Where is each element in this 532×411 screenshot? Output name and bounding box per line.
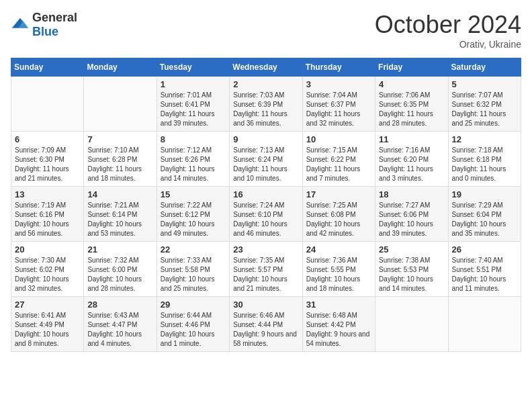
day-info: Sunrise: 7:19 AM Sunset: 6:16 PM Dayligh… bbox=[15, 201, 80, 238]
day-number: 25 bbox=[379, 244, 444, 255]
day-number: 24 bbox=[306, 244, 371, 255]
calendar-cell bbox=[84, 77, 157, 132]
calendar-cell bbox=[11, 77, 84, 132]
day-number: 18 bbox=[379, 189, 444, 199]
day-info: Sunrise: 7:21 AM Sunset: 6:14 PM Dayligh… bbox=[87, 201, 152, 238]
day-info: Sunrise: 7:22 AM Sunset: 6:12 PM Dayligh… bbox=[161, 201, 226, 238]
day-info: Sunrise: 7:27 AM Sunset: 6:06 PM Dayligh… bbox=[379, 201, 444, 238]
day-info: Sunrise: 7:35 AM Sunset: 5:57 PM Dayligh… bbox=[233, 256, 298, 293]
calendar-cell: 23Sunrise: 7:35 AM Sunset: 5:57 PM Dayli… bbox=[230, 242, 302, 297]
weekday-header: Saturday bbox=[448, 58, 521, 77]
day-number: 30 bbox=[233, 300, 298, 310]
weekday-header: Tuesday bbox=[157, 58, 229, 77]
day-number: 1 bbox=[161, 79, 226, 89]
day-info: Sunrise: 7:40 AM Sunset: 5:51 PM Dayligh… bbox=[452, 256, 517, 293]
day-info: Sunrise: 7:15 AM Sunset: 6:22 PM Dayligh… bbox=[306, 146, 371, 183]
logo-text: General Blue bbox=[32, 11, 77, 39]
day-info: Sunrise: 7:38 AM Sunset: 5:53 PM Dayligh… bbox=[379, 256, 444, 293]
day-info: Sunrise: 7:16 AM Sunset: 6:20 PM Dayligh… bbox=[379, 146, 444, 183]
calendar-week-row: 1Sunrise: 7:01 AM Sunset: 6:41 PM Daylig… bbox=[11, 77, 521, 132]
day-info: Sunrise: 7:32 AM Sunset: 6:00 PM Dayligh… bbox=[87, 256, 152, 293]
day-number: 14 bbox=[87, 189, 152, 199]
month-title: October 2024 bbox=[375, 11, 521, 39]
logo-general: General bbox=[32, 11, 77, 24]
weekday-header: Sunday bbox=[11, 58, 84, 77]
calendar-cell: 11Sunrise: 7:16 AM Sunset: 6:20 PM Dayli… bbox=[375, 132, 448, 187]
day-info: Sunrise: 6:46 AM Sunset: 4:44 PM Dayligh… bbox=[233, 311, 298, 349]
day-number: 26 bbox=[452, 244, 517, 255]
day-info: Sunrise: 7:30 AM Sunset: 6:02 PM Dayligh… bbox=[15, 256, 80, 293]
calendar-cell: 28Sunrise: 6:43 AM Sunset: 4:47 PM Dayli… bbox=[84, 297, 157, 352]
calendar-cell bbox=[375, 297, 448, 352]
calendar-cell: 25Sunrise: 7:38 AM Sunset: 5:53 PM Dayli… bbox=[375, 242, 448, 297]
day-info: Sunrise: 7:07 AM Sunset: 6:32 PM Dayligh… bbox=[452, 91, 517, 128]
calendar-cell: 27Sunrise: 6:41 AM Sunset: 4:49 PM Dayli… bbox=[11, 297, 84, 352]
day-number: 17 bbox=[306, 189, 371, 199]
day-info: Sunrise: 6:48 AM Sunset: 4:42 PM Dayligh… bbox=[306, 311, 371, 349]
day-number: 15 bbox=[161, 189, 226, 199]
day-number: 12 bbox=[452, 134, 517, 144]
calendar-cell: 17Sunrise: 7:25 AM Sunset: 6:08 PM Dayli… bbox=[302, 187, 375, 242]
calendar-cell: 2Sunrise: 7:03 AM Sunset: 6:39 PM Daylig… bbox=[230, 77, 302, 132]
day-number: 4 bbox=[379, 79, 444, 89]
day-number: 8 bbox=[161, 134, 226, 144]
day-info: Sunrise: 7:06 AM Sunset: 6:35 PM Dayligh… bbox=[379, 91, 444, 128]
calendar-cell: 5Sunrise: 7:07 AM Sunset: 6:32 PM Daylig… bbox=[448, 77, 521, 132]
calendar-cell: 29Sunrise: 6:44 AM Sunset: 4:46 PM Dayli… bbox=[157, 297, 229, 352]
day-number: 29 bbox=[161, 300, 226, 310]
calendar-cell: 12Sunrise: 7:18 AM Sunset: 6:18 PM Dayli… bbox=[448, 132, 521, 187]
calendar-header: SundayMondayTuesdayWednesdayThursdayFrid… bbox=[11, 58, 521, 77]
day-number: 2 bbox=[233, 79, 298, 89]
calendar-cell: 26Sunrise: 7:40 AM Sunset: 5:51 PM Dayli… bbox=[448, 242, 521, 297]
day-info: Sunrise: 7:36 AM Sunset: 5:55 PM Dayligh… bbox=[306, 256, 371, 293]
weekday-header: Monday bbox=[84, 58, 157, 77]
weekday-header: Thursday bbox=[302, 58, 375, 77]
weekday-header: Friday bbox=[375, 58, 448, 77]
location-subtitle: Orativ, Ukraine bbox=[375, 39, 521, 50]
calendar-cell: 8Sunrise: 7:12 AM Sunset: 6:26 PM Daylig… bbox=[157, 132, 229, 187]
day-info: Sunrise: 7:29 AM Sunset: 6:04 PM Dayligh… bbox=[452, 201, 517, 238]
day-number: 11 bbox=[379, 134, 444, 144]
day-number: 7 bbox=[87, 134, 152, 144]
day-number: 9 bbox=[233, 134, 298, 144]
calendar-cell: 24Sunrise: 7:36 AM Sunset: 5:55 PM Dayli… bbox=[302, 242, 375, 297]
day-number: 5 bbox=[452, 79, 517, 89]
calendar-cell: 6Sunrise: 7:09 AM Sunset: 6:30 PM Daylig… bbox=[11, 132, 84, 187]
calendar-week-row: 13Sunrise: 7:19 AM Sunset: 6:16 PM Dayli… bbox=[11, 187, 521, 242]
day-info: Sunrise: 6:41 AM Sunset: 4:49 PM Dayligh… bbox=[15, 311, 80, 349]
day-info: Sunrise: 7:12 AM Sunset: 6:26 PM Dayligh… bbox=[161, 146, 226, 183]
calendar-cell: 18Sunrise: 7:27 AM Sunset: 6:06 PM Dayli… bbox=[375, 187, 448, 242]
calendar-cell: 31Sunrise: 6:48 AM Sunset: 4:42 PM Dayli… bbox=[302, 297, 375, 352]
calendar-cell: 1Sunrise: 7:01 AM Sunset: 6:41 PM Daylig… bbox=[157, 77, 229, 132]
logo: General Blue bbox=[11, 11, 77, 39]
calendar-cell bbox=[448, 297, 521, 352]
calendar-cell: 3Sunrise: 7:04 AM Sunset: 6:37 PM Daylig… bbox=[302, 77, 375, 132]
day-info: Sunrise: 6:44 AM Sunset: 4:46 PM Dayligh… bbox=[161, 311, 226, 349]
day-info: Sunrise: 7:03 AM Sunset: 6:39 PM Dayligh… bbox=[233, 91, 298, 128]
calendar-cell: 20Sunrise: 7:30 AM Sunset: 6:02 PM Dayli… bbox=[11, 242, 84, 297]
calendar-cell: 16Sunrise: 7:24 AM Sunset: 6:10 PM Dayli… bbox=[230, 187, 302, 242]
day-number: 10 bbox=[306, 134, 371, 144]
calendar-cell: 15Sunrise: 7:22 AM Sunset: 6:12 PM Dayli… bbox=[157, 187, 229, 242]
weekday-row: SundayMondayTuesdayWednesdayThursdayFrid… bbox=[11, 58, 521, 77]
day-info: Sunrise: 7:04 AM Sunset: 6:37 PM Dayligh… bbox=[306, 91, 371, 128]
day-number: 6 bbox=[15, 134, 80, 144]
day-info: Sunrise: 7:33 AM Sunset: 5:58 PM Dayligh… bbox=[161, 256, 226, 293]
day-info: Sunrise: 7:13 AM Sunset: 6:24 PM Dayligh… bbox=[233, 146, 298, 183]
day-number: 23 bbox=[233, 244, 298, 255]
day-info: Sunrise: 6:43 AM Sunset: 4:47 PM Dayligh… bbox=[87, 311, 152, 349]
day-number: 31 bbox=[306, 300, 371, 310]
day-info: Sunrise: 7:25 AM Sunset: 6:08 PM Dayligh… bbox=[306, 201, 371, 238]
day-info: Sunrise: 7:01 AM Sunset: 6:41 PM Dayligh… bbox=[161, 91, 226, 128]
calendar-week-row: 20Sunrise: 7:30 AM Sunset: 6:02 PM Dayli… bbox=[11, 242, 521, 297]
logo-blue: Blue bbox=[32, 25, 58, 38]
calendar-cell: 21Sunrise: 7:32 AM Sunset: 6:00 PM Dayli… bbox=[84, 242, 157, 297]
calendar-week-row: 27Sunrise: 6:41 AM Sunset: 4:49 PM Dayli… bbox=[11, 297, 521, 352]
day-number: 19 bbox=[452, 189, 517, 199]
day-number: 20 bbox=[15, 244, 80, 255]
day-info: Sunrise: 7:24 AM Sunset: 6:10 PM Dayligh… bbox=[233, 201, 298, 238]
calendar-cell: 13Sunrise: 7:19 AM Sunset: 6:16 PM Dayli… bbox=[11, 187, 84, 242]
day-number: 28 bbox=[87, 300, 152, 310]
day-number: 27 bbox=[15, 300, 80, 310]
page-header: General Blue October 2024 Orativ, Ukrain… bbox=[11, 11, 521, 50]
